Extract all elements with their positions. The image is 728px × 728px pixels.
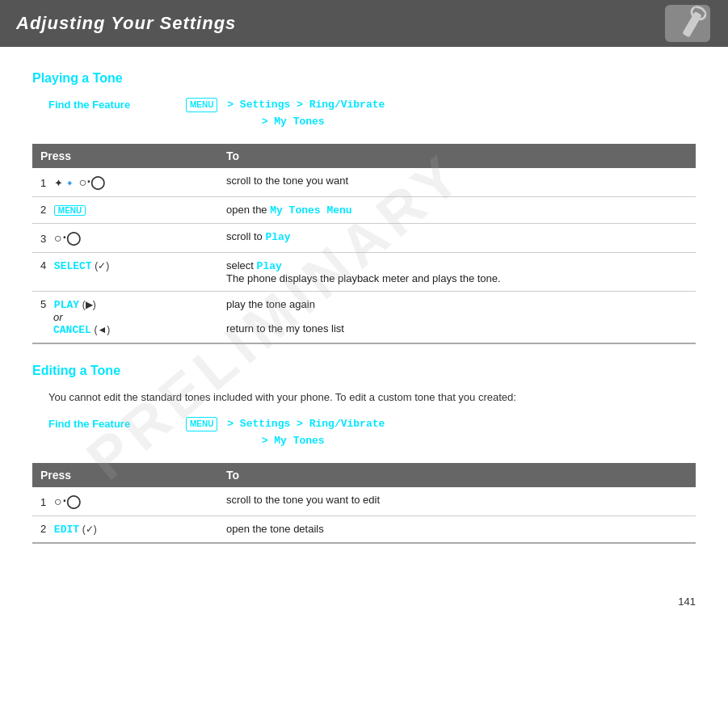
- table-row: 2 EDIT (✓) open the tone details: [32, 515, 696, 543]
- press-cell: 4 SELECT (✓): [32, 252, 218, 291]
- table-header-row-2: Press To: [32, 463, 696, 487]
- press-cell: 2 EDIT (✓): [32, 515, 218, 543]
- cancel-key: CANCEL: [53, 324, 91, 336]
- col-press-2: Press: [32, 463, 218, 487]
- find-feature-label-2: Find the Feature: [48, 416, 178, 430]
- section2: Editing a Tone You cannot edit the stand…: [32, 364, 696, 544]
- table-row: 5 PLAY (▶) or CANCEL (◄) play the tone a…: [32, 291, 696, 343]
- table-row: 1 ○⋅◯ scroll to the tone you want to edi…: [32, 487, 696, 516]
- section1-heading: Playing a Tone: [32, 71, 696, 86]
- to-cell: scroll to the tone you want to edit: [218, 487, 696, 516]
- press-cell: 3 ○⋅◯: [32, 223, 218, 252]
- header-title: Adjusting Your Settings: [16, 13, 236, 34]
- page-header: Adjusting Your Settings: [0, 0, 728, 47]
- find-feature-label-1: Find the Feature: [48, 97, 178, 111]
- section2-heading: Editing a Tone: [32, 364, 696, 378]
- instruction-table-2: Press To 1 ○⋅◯ scroll to the tone you wa…: [32, 463, 696, 544]
- table-row: 1 ✦🔹 ○⋅◯ scroll to the tone you want: [32, 168, 696, 197]
- play-key: PLAY: [54, 299, 79, 311]
- find-feature-2: Find the Feature MENU > Settings > Ring/…: [32, 416, 696, 450]
- to-cell: scroll to Play: [218, 223, 696, 252]
- table-row: 4 SELECT (✓) select Play The phone displ…: [32, 252, 696, 291]
- to-cell: select Play The phone displays the playb…: [218, 252, 696, 291]
- page-number: 141: [0, 587, 728, 616]
- find-feature-path-2: MENU > Settings > Ring/Vibrate > My Tone…: [186, 416, 385, 450]
- nav-joystick-icon-3: ○⋅◯: [54, 494, 81, 509]
- to-cell: play the tone again return to the my ton…: [218, 291, 696, 343]
- press-cell: 1 ○⋅◯: [32, 487, 218, 516]
- menu-icon-2: MENU: [186, 417, 217, 431]
- find-feature-1: Find the Feature MENU > Settings > Ring/…: [32, 97, 696, 131]
- nav-joystick-icon-2: ○⋅◯: [54, 230, 81, 246]
- section2-para: You cannot edit the standard tones inclu…: [32, 389, 696, 406]
- wrench-icon: [663, 3, 712, 44]
- col-press-1: Press: [32, 144, 218, 168]
- menu-icon-row: MENU: [54, 205, 86, 216]
- table-header-row: Press To: [32, 144, 696, 168]
- main-content: Playing a Tone Find the Feature MENU > S…: [0, 47, 728, 587]
- to-cell: scroll to the tone you want: [218, 168, 696, 197]
- to-cell: open the tone details: [218, 515, 696, 543]
- nav-joystick-icon: ✦🔹: [54, 177, 76, 189]
- col-to-1: To: [218, 144, 696, 168]
- menu-icon-1: MENU: [186, 98, 217, 112]
- select-key: SELECT: [54, 260, 92, 272]
- edit-key: EDIT: [54, 524, 79, 536]
- press-cell: 2 MENU: [32, 196, 218, 223]
- to-cell: open the My Tones Menu: [218, 196, 696, 223]
- col-to-2: To: [218, 463, 696, 487]
- press-cell: 5 PLAY (▶) or CANCEL (◄): [32, 291, 218, 343]
- find-feature-path-1: MENU > Settings > Ring/Vibrate > My Tone…: [186, 97, 385, 131]
- table-row: 3 ○⋅◯ scroll to Play: [32, 223, 696, 252]
- press-cell: 1 ✦🔹 ○⋅◯: [32, 168, 218, 197]
- table-row: 2 MENU open the My Tones Menu: [32, 196, 696, 223]
- instruction-table-1: Press To 1 ✦🔹 ○⋅◯ scroll to the tone you…: [32, 144, 696, 344]
